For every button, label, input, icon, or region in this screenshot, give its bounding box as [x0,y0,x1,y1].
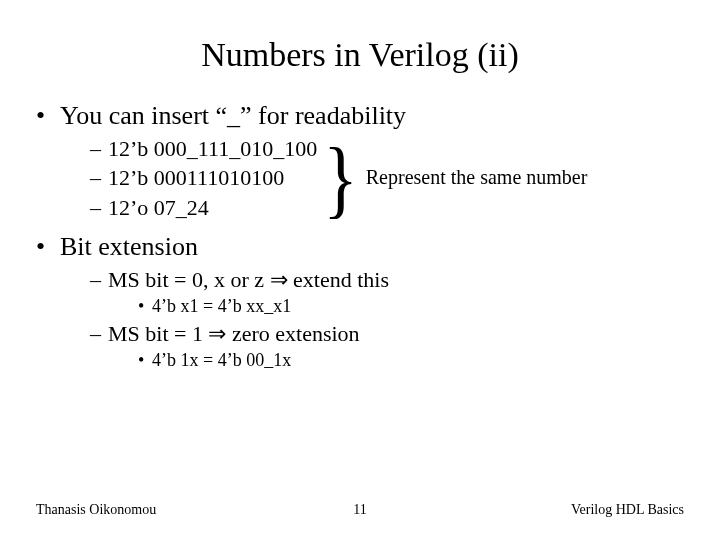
bullet-bitext-text: Bit extension [60,232,198,261]
bitext-example: 4’b 1x = 4’b 00_1x [138,349,684,372]
example-item: 12’b 000_111_010_100 [90,135,317,163]
slide: Numbers in Verilog (ii) You can insert “… [0,0,720,540]
bullet-readability: You can insert “_” for readability 12’b … [36,100,684,223]
sub-text-pre: MS bit = 1 [108,321,208,346]
slide-title: Numbers in Verilog (ii) [0,0,720,92]
footer-topic: Verilog HDL Basics [571,502,684,518]
bitext-example: 4’b x1 = 4’b xx_x1 [138,295,684,318]
sub-text-post: extend this [288,267,389,292]
brace-label: Represent the same number [366,165,588,190]
readability-row: 12’b 000_111_010_100 12’b 000111010100 1… [60,133,684,224]
bullet-readability-text: You can insert “_” for readability [60,101,406,130]
sub-text-pre: MS bit = 0, x or z [108,267,270,292]
footer-page-number: 11 [353,502,366,518]
implies-icon: ⇒ [270,267,288,292]
curly-brace-icon: } [317,135,366,221]
bitext-sub-item: MS bit = 0, x or z ⇒ extend this 4’b x1 … [90,266,684,318]
implies-icon: ⇒ [208,321,226,346]
slide-footer: Thanasis Oikonomou 11 Verilog HDL Basics [0,502,720,518]
bitext-sub-item: MS bit = 1 ⇒ zero extension 4’b 1x = 4’b… [90,320,684,372]
sub-text-post: zero extension [226,321,359,346]
slide-body: You can insert “_” for readability 12’b … [0,100,720,372]
example-item: 12’o 07_24 [90,194,317,222]
footer-author: Thanasis Oikonomou [36,502,156,518]
bullet-bitext: Bit extension MS bit = 0, x or z ⇒ exten… [36,231,684,372]
example-item: 12’b 000111010100 [90,164,317,192]
readability-examples: 12’b 000_111_010_100 12’b 000111010100 1… [60,135,317,222]
